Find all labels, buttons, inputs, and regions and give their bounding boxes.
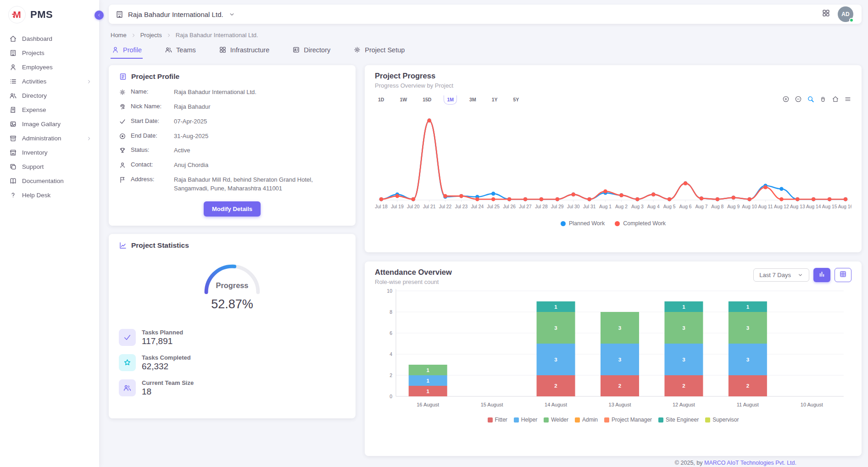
- list-icon: [9, 78, 17, 85]
- legend-label: Helper: [521, 417, 537, 423]
- legend-item-project-manager[interactable]: Project Manager: [604, 417, 652, 423]
- legend-item-site-engineer[interactable]: Site Engineer: [658, 417, 699, 423]
- stat-rows: Tasks Planned117,891Tasks Completed62,33…: [119, 329, 345, 397]
- sidebar-item-activities[interactable]: Activities: [0, 74, 99, 89]
- tab-teams[interactable]: Teams: [164, 42, 197, 59]
- zoom-in-icon[interactable]: [782, 95, 790, 103]
- legend-item-admin[interactable]: Admin: [575, 417, 598, 423]
- svg-text:Aug 11: Aug 11: [758, 204, 773, 209]
- receipt-icon: [9, 106, 17, 114]
- trophy-icon: [119, 147, 126, 155]
- range-button-1y[interactable]: 1Y: [489, 95, 501, 105]
- svg-text:2: 2: [618, 383, 621, 389]
- range-button-3m[interactable]: 3M: [466, 95, 479, 105]
- field-value: Raja Bahadur Mill Rd, behind Sheraton Gr…: [174, 176, 339, 193]
- apps-grid-button[interactable]: [822, 9, 830, 20]
- company-name: Raja Bahadur International Ltd.: [128, 11, 223, 18]
- table-view-button[interactable]: [835, 268, 851, 282]
- breadcrumb-separator-icon: [131, 33, 136, 38]
- selection-zoom-icon[interactable]: [807, 95, 814, 103]
- sidebar-item-directory[interactable]: Directory: [0, 89, 99, 103]
- gear-icon: [119, 89, 126, 97]
- breadcrumb-item[interactable]: Projects: [140, 32, 162, 39]
- progress-subtitle: Progress Overview by Project: [375, 82, 851, 89]
- sidebar-item-image-gallary[interactable]: Image Gallary: [0, 117, 99, 131]
- tab-project-setup[interactable]: Project Setup: [352, 42, 406, 59]
- legend-item-supervisor[interactable]: Supervisor: [705, 417, 739, 423]
- book-icon: [9, 177, 17, 185]
- sidebar-item-help-desk[interactable]: Help Desk: [0, 188, 99, 202]
- range-button-1d[interactable]: 1D: [375, 95, 387, 105]
- line-chart-legend: Planned WorkCompleted Work: [375, 220, 851, 229]
- svg-text:Aug 6: Aug 6: [679, 204, 692, 209]
- attendance-range-select[interactable]: Last 7 Days: [753, 268, 809, 282]
- sidebar-item-inventory[interactable]: Inventory: [0, 145, 99, 160]
- svg-text:2: 2: [746, 383, 749, 389]
- company-selector[interactable]: Raja Bahadur International Ltd.: [115, 10, 235, 19]
- sidebar-item-projects[interactable]: Projects: [0, 46, 99, 60]
- project-progress-card: Project Progress Progress Overview by Pr…: [365, 65, 862, 252]
- range-button-1w[interactable]: 1W: [396, 95, 410, 105]
- tab-label: Teams: [176, 46, 196, 54]
- contact-icon: [292, 46, 300, 54]
- attendance-bar-chart[interactable]: 024681011116 August15 August233114 Augus…: [375, 285, 851, 415]
- zoom-out-icon[interactable]: [795, 95, 802, 103]
- svg-text:3: 3: [682, 325, 685, 331]
- progress-title: Project Progress: [375, 72, 851, 80]
- svg-text:1: 1: [554, 304, 557, 310]
- sidebar-item-expense[interactable]: Expense: [0, 103, 99, 117]
- chart-menu-icon[interactable]: [844, 95, 851, 103]
- legend-label: Completed Work: [623, 220, 666, 227]
- stat-label: Current Team Size: [142, 379, 194, 386]
- tab-directory[interactable]: Directory: [291, 42, 331, 59]
- sidebar-item-label: Documentation: [22, 178, 92, 184]
- attendance-subtitle: Role-wise present count: [375, 278, 452, 285]
- bar-view-button[interactable]: [813, 268, 830, 282]
- legend-item-welder[interactable]: Welder: [544, 417, 568, 423]
- building-icon: [9, 49, 17, 57]
- stat-row-current-team-size: Current Team Size18: [119, 379, 345, 397]
- sidebar-item-administration[interactable]: Administration: [0, 131, 99, 145]
- svg-text:Aug 3: Aug 3: [631, 204, 644, 209]
- svg-text:Jul 19: Jul 19: [391, 204, 404, 209]
- svg-text:3: 3: [746, 357, 749, 362]
- field-label: Status:: [131, 146, 169, 155]
- field-value: Raja Bahadur International Ltd.: [174, 88, 256, 97]
- progress-line-chart[interactable]: Jul 18Jul 19Jul 20Jul 21Jul 22Jul 23Jul …: [375, 105, 851, 219]
- svg-text:3: 3: [746, 325, 749, 331]
- svg-text:Aug 2: Aug 2: [615, 204, 628, 209]
- topbar: Raja Bahadur International Ltd. AD: [109, 5, 862, 24]
- svg-text:Jul 18: Jul 18: [375, 204, 388, 209]
- range-button-15d[interactable]: 15D: [419, 95, 434, 105]
- sidebar-item-support[interactable]: Support: [0, 160, 99, 174]
- legend-item[interactable]: Completed Work: [615, 220, 666, 227]
- field-value: 07-Apr-2025: [174, 117, 207, 126]
- range-button-1m[interactable]: 1M: [444, 95, 457, 105]
- svg-text:Jul 31: Jul 31: [583, 204, 596, 209]
- sidebar-collapse-button[interactable]: [95, 11, 104, 20]
- range-button-5y[interactable]: 5Y: [510, 95, 522, 105]
- gauge-svg: Progress: [193, 256, 271, 296]
- user-avatar[interactable]: AD: [838, 6, 853, 22]
- tab-profile[interactable]: Profile: [111, 42, 143, 59]
- field-value: Active: [174, 146, 190, 155]
- legend-item[interactable]: Planned Work: [561, 220, 605, 227]
- pan-icon[interactable]: [819, 95, 827, 103]
- profile-card-header: Project Profile: [119, 72, 345, 81]
- reset-zoom-icon[interactable]: [832, 95, 839, 103]
- profile-field: Contact:Anuj Chordia: [119, 161, 345, 170]
- sidebar-item-dashboard[interactable]: Dashboard: [0, 32, 99, 46]
- breadcrumb-item[interactable]: Home: [111, 32, 127, 39]
- sidebar-item-documentation[interactable]: Documentation: [0, 174, 99, 188]
- tab-infrastructure[interactable]: Infrastructure: [218, 42, 270, 59]
- legend-item-helper[interactable]: Helper: [514, 417, 537, 423]
- svg-text:3: 3: [554, 325, 557, 331]
- modify-details-button[interactable]: Modify Details: [204, 201, 261, 217]
- svg-text:3: 3: [682, 357, 685, 362]
- footer-company-link[interactable]: MARCO AIoT Technologies Pvt. Ltd.: [704, 460, 796, 466]
- sidebar-item-label: Employees: [22, 64, 92, 71]
- app-logo[interactable]: M PMS: [0, 0, 99, 28]
- sidebar-item-employees[interactable]: Employees: [0, 60, 99, 74]
- legend-item-fitter[interactable]: Fitter: [488, 417, 507, 423]
- legend-label: Fitter: [495, 417, 507, 423]
